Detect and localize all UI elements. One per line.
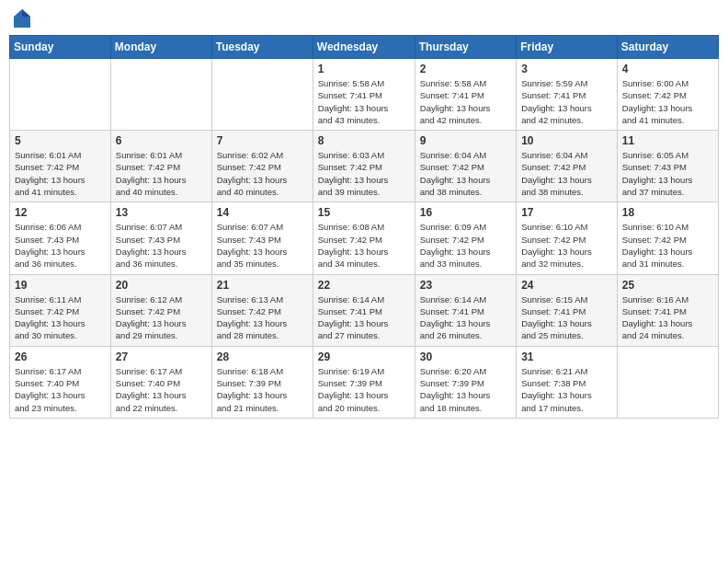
calendar-cell: 23Sunrise: 6:14 AMSunset: 7:41 PMDayligh…: [415, 274, 516, 346]
calendar-cell: 26Sunrise: 6:17 AMSunset: 7:40 PMDayligh…: [10, 346, 111, 418]
page-header: [9, 9, 719, 28]
calendar-cell: 27Sunrise: 6:17 AMSunset: 7:40 PMDayligh…: [110, 346, 211, 418]
calendar-week-row: 26Sunrise: 6:17 AMSunset: 7:40 PMDayligh…: [10, 346, 719, 418]
calendar-cell: 6Sunrise: 6:01 AMSunset: 7:42 PMDaylight…: [110, 131, 211, 202]
col-saturday: Saturday: [617, 36, 718, 59]
day-number: 8: [318, 134, 410, 147]
day-info: Sunrise: 6:10 AMSunset: 7:42 PMDaylight:…: [622, 221, 713, 270]
day-info: Sunrise: 6:17 AMSunset: 7:40 PMDaylight:…: [15, 365, 106, 414]
day-info: Sunrise: 6:09 AMSunset: 7:42 PMDaylight:…: [420, 221, 511, 270]
calendar-cell: 5Sunrise: 6:01 AMSunset: 7:42 PMDaylight…: [10, 131, 111, 202]
day-number: 21: [217, 279, 308, 292]
day-number: 4: [622, 63, 713, 75]
day-number: 15: [318, 206, 410, 219]
calendar-week-row: 12Sunrise: 6:06 AMSunset: 7:43 PMDayligh…: [10, 202, 719, 274]
day-number: 25: [622, 279, 713, 292]
calendar-cell: 21Sunrise: 6:13 AMSunset: 7:42 PMDayligh…: [211, 274, 313, 346]
calendar-cell: 20Sunrise: 6:12 AMSunset: 7:42 PMDayligh…: [110, 274, 211, 346]
day-info: Sunrise: 6:01 AMSunset: 7:42 PMDaylight:…: [116, 149, 207, 198]
day-number: 1: [318, 63, 410, 75]
calendar-cell: [617, 346, 718, 418]
day-number: 27: [116, 350, 207, 363]
calendar-cell: 9Sunrise: 6:04 AMSunset: 7:42 PMDaylight…: [415, 131, 516, 202]
calendar-week-row: 19Sunrise: 6:11 AMSunset: 7:42 PMDayligh…: [10, 274, 719, 346]
calendar-cell: 3Sunrise: 5:59 AMSunset: 7:41 PMDaylight…: [517, 59, 618, 131]
calendar-week-row: 1Sunrise: 5:58 AMSunset: 7:41 PMDaylight…: [10, 59, 719, 131]
day-info: Sunrise: 6:03 AMSunset: 7:42 PMDaylight:…: [318, 149, 410, 198]
day-info: Sunrise: 6:14 AMSunset: 7:41 PMDaylight:…: [420, 293, 511, 342]
day-number: 5: [15, 134, 106, 147]
day-info: Sunrise: 6:12 AMSunset: 7:42 PMDaylight:…: [116, 293, 207, 342]
day-number: 3: [521, 63, 612, 75]
calendar-cell: 12Sunrise: 6:06 AMSunset: 7:43 PMDayligh…: [10, 202, 111, 274]
day-number: 16: [420, 206, 511, 219]
calendar-cell: 16Sunrise: 6:09 AMSunset: 7:42 PMDayligh…: [415, 202, 516, 274]
day-info: Sunrise: 6:05 AMSunset: 7:43 PMDaylight:…: [622, 149, 713, 198]
calendar-cell: 19Sunrise: 6:11 AMSunset: 7:42 PMDayligh…: [10, 274, 111, 346]
calendar-table: Sunday Monday Tuesday Wednesday Thursday…: [9, 35, 719, 419]
day-info: Sunrise: 6:04 AMSunset: 7:42 PMDaylight:…: [521, 149, 612, 198]
col-wednesday: Wednesday: [313, 36, 415, 59]
calendar-cell: 7Sunrise: 6:02 AMSunset: 7:42 PMDaylight…: [211, 131, 313, 202]
calendar-cell: 11Sunrise: 6:05 AMSunset: 7:43 PMDayligh…: [617, 131, 718, 202]
day-info: Sunrise: 6:01 AMSunset: 7:42 PMDaylight:…: [15, 149, 106, 198]
day-number: 26: [15, 350, 106, 363]
logo: [13, 9, 36, 28]
day-info: Sunrise: 5:58 AMSunset: 7:41 PMDaylight:…: [318, 77, 410, 126]
day-number: 17: [521, 206, 612, 219]
day-number: 7: [217, 134, 308, 147]
day-number: 23: [420, 279, 511, 292]
calendar-cell: 2Sunrise: 5:58 AMSunset: 7:41 PMDaylight…: [415, 59, 516, 131]
day-number: 2: [420, 63, 511, 75]
day-info: Sunrise: 6:06 AMSunset: 7:43 PMDaylight:…: [15, 221, 106, 270]
calendar-cell: 29Sunrise: 6:19 AMSunset: 7:39 PMDayligh…: [313, 346, 415, 418]
day-info: Sunrise: 6:02 AMSunset: 7:42 PMDaylight:…: [217, 149, 308, 198]
day-number: 6: [116, 134, 207, 147]
calendar-cell: 8Sunrise: 6:03 AMSunset: 7:42 PMDaylight…: [313, 131, 415, 202]
calendar-cell: [110, 59, 211, 131]
day-number: 24: [521, 279, 612, 292]
day-number: 13: [116, 206, 207, 219]
day-number: 12: [15, 206, 106, 219]
col-tuesday: Tuesday: [211, 36, 313, 59]
day-info: Sunrise: 5:59 AMSunset: 7:41 PMDaylight:…: [521, 77, 612, 126]
calendar-cell: 30Sunrise: 6:20 AMSunset: 7:39 PMDayligh…: [415, 346, 516, 418]
day-info: Sunrise: 6:11 AMSunset: 7:42 PMDaylight:…: [15, 293, 106, 342]
day-info: Sunrise: 6:19 AMSunset: 7:39 PMDaylight:…: [318, 365, 410, 414]
calendar-cell: [211, 59, 313, 131]
col-monday: Monday: [110, 36, 211, 59]
day-number: 28: [217, 350, 308, 363]
calendar-cell: 13Sunrise: 6:07 AMSunset: 7:43 PMDayligh…: [110, 202, 211, 274]
day-number: 30: [420, 350, 511, 363]
calendar-cell: 25Sunrise: 6:16 AMSunset: 7:41 PMDayligh…: [617, 274, 718, 346]
calendar-cell: 10Sunrise: 6:04 AMSunset: 7:42 PMDayligh…: [517, 131, 618, 202]
day-number: 29: [318, 350, 410, 363]
calendar-header-row: Sunday Monday Tuesday Wednesday Thursday…: [10, 36, 719, 59]
day-info: Sunrise: 6:07 AMSunset: 7:43 PMDaylight:…: [217, 221, 308, 270]
calendar-cell: 1Sunrise: 5:58 AMSunset: 7:41 PMDaylight…: [313, 59, 415, 131]
calendar-cell: 31Sunrise: 6:21 AMSunset: 7:38 PMDayligh…: [517, 346, 618, 418]
day-info: Sunrise: 6:21 AMSunset: 7:38 PMDaylight:…: [521, 365, 612, 414]
calendar-cell: 17Sunrise: 6:10 AMSunset: 7:42 PMDayligh…: [517, 202, 618, 274]
day-info: Sunrise: 6:08 AMSunset: 7:42 PMDaylight:…: [318, 221, 410, 270]
day-info: Sunrise: 6:07 AMSunset: 7:43 PMDaylight:…: [116, 221, 207, 270]
day-number: 14: [217, 206, 308, 219]
day-info: Sunrise: 6:16 AMSunset: 7:41 PMDaylight:…: [622, 293, 713, 342]
calendar-cell: 4Sunrise: 6:00 AMSunset: 7:42 PMDaylight…: [617, 59, 718, 131]
day-number: 20: [116, 279, 207, 292]
day-info: Sunrise: 6:13 AMSunset: 7:42 PMDaylight:…: [217, 293, 308, 342]
calendar-cell: 24Sunrise: 6:15 AMSunset: 7:41 PMDayligh…: [517, 274, 618, 346]
day-info: Sunrise: 6:10 AMSunset: 7:42 PMDaylight:…: [521, 221, 612, 270]
day-number: 11: [622, 134, 713, 147]
calendar-cell: 15Sunrise: 6:08 AMSunset: 7:42 PMDayligh…: [313, 202, 415, 274]
col-friday: Friday: [517, 36, 618, 59]
calendar-cell: 14Sunrise: 6:07 AMSunset: 7:43 PMDayligh…: [211, 202, 313, 274]
day-info: Sunrise: 6:14 AMSunset: 7:41 PMDaylight:…: [318, 293, 410, 342]
day-number: 10: [521, 134, 612, 147]
day-info: Sunrise: 6:15 AMSunset: 7:41 PMDaylight:…: [521, 293, 612, 342]
calendar-cell: [10, 59, 111, 131]
day-info: Sunrise: 6:20 AMSunset: 7:39 PMDaylight:…: [420, 365, 511, 414]
svg-marker-1: [22, 9, 30, 17]
calendar-week-row: 5Sunrise: 6:01 AMSunset: 7:42 PMDaylight…: [10, 131, 719, 202]
calendar-cell: 22Sunrise: 6:14 AMSunset: 7:41 PMDayligh…: [313, 274, 415, 346]
